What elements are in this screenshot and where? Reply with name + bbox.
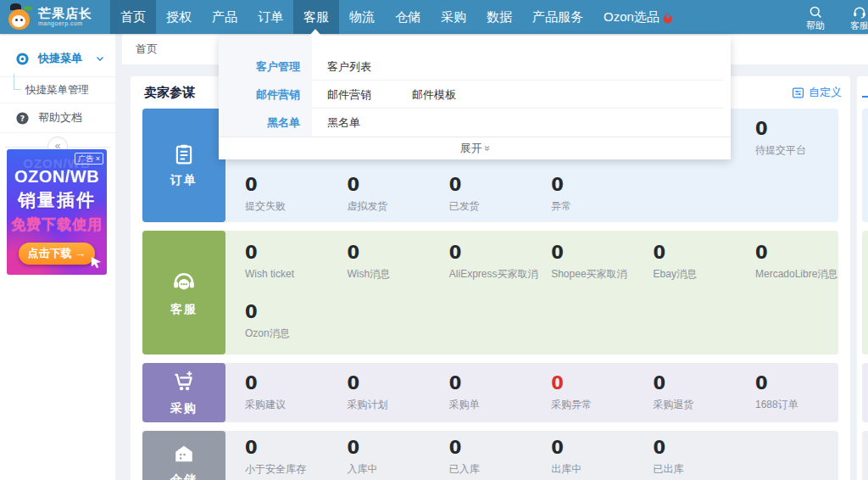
stat-value[interactable]: 0: [654, 438, 743, 458]
ad-download-button[interactable]: 点击下载 →: [19, 243, 95, 265]
sidebar-item-help-docs[interactable]: ? 帮助文档: [0, 103, 115, 133]
nav-item-Ozon选品[interactable]: Ozon选品: [593, 0, 683, 34]
customize-button[interactable]: 自定义: [792, 85, 842, 100]
nav-item-label: 授权: [166, 0, 192, 34]
dropdown-expand-button[interactable]: 展开«: [219, 137, 731, 159]
stat-label: 采购异常: [551, 398, 641, 411]
ad-banner[interactable]: OZON/WB 广告 × OZON/WB 销量插件 免费下载使用 点击下载 →: [7, 149, 107, 275]
nav-item-label: 采购: [441, 0, 466, 34]
category-card-purchase[interactable]: 采购: [142, 363, 225, 422]
stat-row-warehouse: 仓储0小于安全库存0入库中0已入库0出库中0已出库: [142, 431, 838, 480]
stat-cell-Wish ticket: 0Wish ticket: [245, 243, 335, 281]
sidebar-item-quick-menu-manage[interactable]: 快捷菜单管理: [0, 77, 115, 103]
stat-value[interactable]: 0: [449, 373, 539, 393]
target-icon: [15, 52, 30, 66]
nav-items: 首页授权产品订单客服物流仓储采购数据产品服务Ozon选品: [110, 0, 683, 34]
nav-item-订单[interactable]: 订单: [248, 0, 293, 34]
stat-value[interactable]: 0: [449, 438, 539, 458]
nav-item-产品[interactable]: 产品: [202, 0, 248, 34]
stat-value[interactable]: 0: [551, 438, 641, 458]
ad-close-button[interactable]: 广告 ×: [75, 153, 103, 165]
sidebar-item-label: 帮助文档: [38, 110, 82, 126]
stat-value[interactable]: 0: [551, 373, 641, 393]
close-icon: ×: [96, 154, 100, 163]
headset-icon: [852, 4, 867, 20]
nav-item-label: 数据: [487, 0, 512, 34]
chevron-down-icon[interactable]: [95, 53, 105, 64]
customize-label: 自定义: [809, 85, 842, 100]
dropdown-group-label: 客户管理: [219, 53, 300, 81]
stat-row-service: 客服0Wish ticket0Wish消息0AliExpress买家取消0Sho…: [142, 231, 838, 354]
logo[interactable]: 芒果店长 mangoerp.com: [0, 0, 110, 34]
stat-cell-已发货: 0已发货: [449, 175, 539, 213]
flame-icon: [662, 11, 673, 24]
stat-value[interactable]: 0: [245, 438, 335, 458]
sidebar-subitem-label: 快捷菜单管理: [25, 83, 89, 98]
nav-item-label: Ozon选品: [604, 0, 659, 34]
svg-text:?: ?: [20, 113, 25, 122]
stat-value[interactable]: 0: [347, 175, 437, 195]
stat-value[interactable]: 0: [551, 243, 641, 263]
nav-item-采购[interactable]: 采购: [431, 0, 476, 34]
stat-value[interactable]: 0: [245, 175, 335, 195]
nav-item-授权[interactable]: 授权: [156, 0, 202, 34]
breadcrumb[interactable]: 首页: [136, 34, 158, 64]
double-chevron-down-icon: «: [476, 146, 498, 152]
stat-cell-异常: 0异常: [551, 175, 641, 213]
nav-mini-客服[interactable]: 客服: [837, 0, 868, 34]
stat-value[interactable]: 0: [551, 175, 641, 195]
stat-label: 已发货: [449, 199, 539, 213]
dropdown-item-黑名单[interactable]: 黑名单: [327, 109, 412, 137]
stat-cell-出库中: 0出库中: [551, 438, 641, 476]
stat-value[interactable]: 0: [449, 243, 539, 263]
cursor-icon: [90, 256, 103, 272]
stat-cell-已入库: 0已入库: [449, 438, 539, 476]
category-card-warehouse[interactable]: 仓储: [142, 431, 225, 480]
nav-mini-帮助[interactable]: 帮助: [793, 0, 837, 34]
nav-item-产品服务[interactable]: 产品服务: [522, 0, 593, 34]
sidebar-item-quick-menu[interactable]: 快捷菜单: [0, 41, 115, 77]
sliders-icon: [792, 87, 804, 99]
dropdown-item-客户列表[interactable]: 客户列表: [327, 53, 412, 81]
stat-label: 采购计划: [347, 398, 437, 411]
stat-cell-待提交平台: 0待提交平台: [755, 119, 845, 157]
nav-item-物流[interactable]: 物流: [339, 0, 385, 34]
category-card-orders[interactable]: 订单: [142, 109, 225, 222]
stat-cell-Wish消息: 0Wish消息: [347, 243, 437, 281]
stat-value[interactable]: 0: [245, 243, 335, 263]
nav-item-label: 仓储: [395, 0, 420, 34]
nav-item-首页[interactable]: 首页: [110, 0, 156, 34]
sidebar-item-label: 快捷菜单: [38, 51, 82, 66]
dropdown-item-邮件营销[interactable]: 邮件营销: [327, 81, 412, 109]
warehouse-icon: [173, 443, 195, 465]
nav-item-数据[interactable]: 数据: [476, 0, 522, 34]
nav-mini-label: 帮助: [806, 20, 825, 31]
stat-label: 提交失败: [245, 199, 335, 213]
cart-icon: [172, 370, 196, 393]
stat-value[interactable]: 0: [347, 243, 437, 263]
category-card-service[interactable]: 客服: [142, 231, 225, 354]
stat-value[interactable]: 0: [654, 243, 743, 263]
stat-value[interactable]: 0: [347, 438, 437, 458]
brand-title: 芒果店长: [38, 7, 92, 20]
stat-value[interactable]: 0: [449, 175, 539, 195]
stat-value[interactable]: 0: [245, 302, 335, 322]
stat-value[interactable]: 0: [755, 119, 845, 139]
stat-value[interactable]: 0: [347, 373, 437, 393]
nav-item-仓储[interactable]: 仓储: [385, 0, 431, 34]
stat-value[interactable]: 0: [755, 243, 845, 263]
stat-value[interactable]: 0: [245, 373, 335, 393]
stat-row-purchase: 采购0采购建议0采购计划0采购单0采购异常0采购退货01688订单: [142, 363, 838, 422]
stat-cell-采购计划: 0采购计划: [347, 373, 437, 411]
dropdown-group-客户管理: 客户管理客户列表: [219, 53, 731, 81]
stat-value[interactable]: 0: [654, 373, 743, 393]
stat-label: 已入库: [449, 462, 539, 476]
ad-slogan: 免费下载使用: [7, 215, 107, 234]
stat-value[interactable]: 0: [755, 373, 845, 393]
category-card-label: 仓储: [170, 472, 198, 480]
stat-label: 采购退货: [654, 398, 743, 411]
question-icon: ?: [15, 111, 30, 126]
nav-right: 帮助客服: [793, 0, 868, 34]
dropdown-item-邮件模板[interactable]: 邮件模板: [412, 81, 497, 109]
stat-label: Ozon消息: [245, 327, 335, 340]
